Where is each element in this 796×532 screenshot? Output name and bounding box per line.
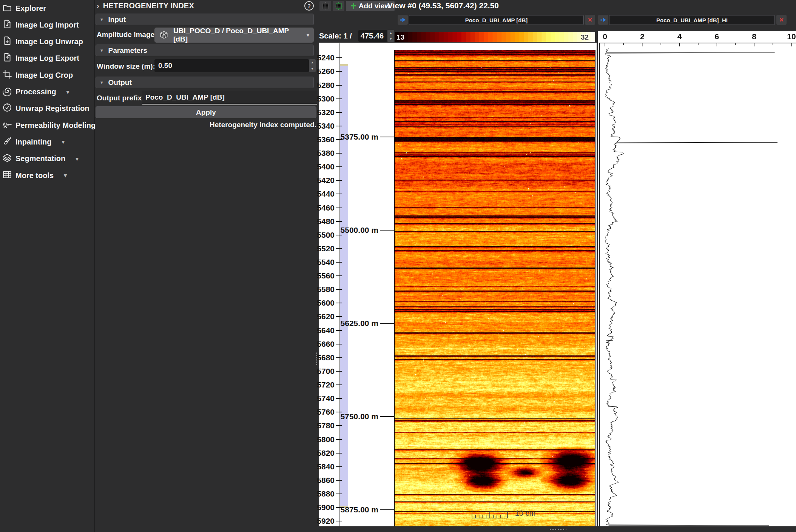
panel-header: › HETEROGENEITY INDEX [97, 2, 194, 10]
close-icon: ✕ [779, 17, 784, 23]
sidebar-item-image-log-unwrap[interactable]: Image Log Unwrap [2, 35, 83, 49]
scale-stepper[interactable]: ▲ ▼ [387, 30, 394, 42]
sidebar-item-label: Processing [15, 88, 56, 96]
add-view-label: Add view [359, 2, 390, 10]
depth-annotation-dash [380, 416, 394, 417]
depth-tick-label: 5460 [298, 203, 335, 212]
app-root: ExplorerImage Log ImportImage Log Unwrap… [0, 0, 796, 532]
colorbar [395, 32, 595, 42]
sidebar-item-label: Segmentation [15, 154, 65, 163]
depth-tick-mark [336, 262, 342, 263]
file-export-icon [2, 52, 12, 64]
depth-tick-label: 5840 [298, 462, 335, 471]
depth-axis-line [339, 43, 339, 527]
depth-tick-label: 5780 [298, 421, 335, 430]
amplitude-image-select[interactable]: UBI_POCO_D / Poco_D_UBI_AMP [dB] ▾ [154, 28, 314, 43]
depth-tick-mark [336, 275, 342, 276]
scale-label: Scale: 1 / [319, 32, 352, 40]
sidebar-item-explorer[interactable]: Explorer [2, 1, 46, 15]
close-track-button[interactable]: ✕ [776, 15, 787, 25]
depth-annotation-dash [380, 137, 394, 137]
depth-annotation-label: 5375.00 m [318, 132, 378, 141]
sidebar-item-label: Image Log Export [15, 54, 79, 63]
sidebar-item-image-log-export[interactable]: Image Log Export [2, 51, 79, 66]
spiral-icon [2, 86, 12, 98]
amplitude-image-track[interactable] [394, 50, 595, 527]
stepper-up-icon[interactable]: ▲ [387, 30, 394, 36]
pin-track-button[interactable] [398, 15, 408, 25]
stepper-down-icon[interactable]: ▼ [387, 36, 394, 42]
depth-tick-mark [336, 357, 342, 358]
close-track-button[interactable]: ✕ [585, 15, 595, 25]
depth-tick-mark [336, 153, 342, 154]
depth-tick-label: 5880 [298, 489, 335, 498]
parameters-section-header[interactable]: ▾ Parameters [96, 45, 314, 56]
help-button[interactable]: ? [304, 1, 314, 11]
depth-annotation-label: 5500.00 m [318, 226, 378, 235]
depth-tick-mark [336, 221, 342, 222]
gauge-icon [2, 103, 12, 114]
depth-tick-mark [336, 208, 342, 208]
track-title-hi[interactable]: Poco_D_UBI_AMP [dB]_HI [609, 15, 775, 25]
sidebar-item-unwrap-registration[interactable]: Unwrap Registration [2, 101, 89, 116]
depth-tick-label: 5860 [298, 476, 335, 485]
image-scalebar: 10 cm [471, 508, 535, 518]
output-prefix-input[interactable]: Poco_D_UBI_AMP [dB] [142, 91, 317, 105]
window-size-input[interactable]: 0.50 [154, 59, 309, 72]
sidebar-item-label: Inpainting [15, 138, 52, 146]
sidebar-item-image-log-crop[interactable]: Image Log Crop [2, 68, 73, 82]
apply-button[interactable]: Apply [96, 106, 316, 118]
depth-tick-mark [336, 71, 342, 72]
sidebar-item-image-log-import[interactable]: Image Log Import [2, 18, 79, 32]
depth-tick-label: 5260 [298, 67, 335, 76]
horizontal-scroll-handle[interactable] [549, 528, 566, 530]
depth-tick-label: 5800 [298, 435, 335, 444]
depth-tick-mark [336, 57, 342, 58]
depth-tick-mark [336, 316, 342, 317]
scale-input[interactable]: 475.46 [358, 30, 387, 42]
sidebar-item-more-tools[interactable]: More tools▾ [2, 168, 67, 183]
pin-track-button[interactable] [598, 15, 608, 25]
depth-tick-mark [336, 344, 342, 344]
view-mode-3d-button[interactable] [333, 1, 344, 11]
crop-icon [2, 69, 12, 81]
depth-tick-mark [336, 371, 342, 372]
depth-tick-label: 5600 [298, 298, 335, 308]
depth-tick-label: 5380 [298, 149, 335, 158]
scalebar-label: 10 cm [515, 509, 535, 518]
input-section-header[interactable]: ▾ Input [96, 14, 314, 25]
hi-curve-plot[interactable] [599, 31, 796, 526]
parameters-section-label: Parameters [108, 46, 148, 55]
sidebar-item-label: Image Log Import [15, 21, 79, 29]
depth-tick-mark [336, 194, 342, 194]
chevron-down-icon: ▾ [100, 80, 103, 85]
folder-icon [2, 3, 12, 14]
view-mode-2d-button[interactable] [319, 1, 331, 11]
depth-annotation-label: 5625.00 m [318, 319, 378, 328]
heterogeneity-panel: › HETEROGENEITY INDEX ? ▾ Input Amplitud… [95, 0, 319, 532]
sidebar-item-segmentation[interactable]: Segmentation▾ [2, 152, 79, 166]
depth-tick-mark [336, 166, 342, 167]
sidebar-item-label: Permeability Modeling [15, 121, 96, 130]
cube-icon [159, 30, 169, 40]
output-section-header[interactable]: ▾ Output [96, 77, 314, 88]
amplitude-heatmap[interactable] [395, 50, 595, 527]
depth-annotation-label: 5750.00 m [318, 412, 378, 421]
amplitude-image-label: Amplitude image: [97, 31, 157, 39]
sidebar-item-processing[interactable]: Processing▾ [2, 85, 69, 99]
file-unwrap-icon [2, 36, 12, 48]
depth-tick-label: 5580 [298, 285, 335, 294]
colorbar-max-label: 32 [581, 33, 589, 42]
sidebar-item-inpainting[interactable]: Inpainting▾ [2, 135, 65, 149]
depth-tick-label: 5440 [298, 189, 335, 198]
layers-icon [2, 153, 12, 165]
sidebar-item-permeability-modeling[interactable]: Permeability Modeling [2, 118, 96, 132]
depth-tick-mark [336, 494, 342, 494]
chevron-right-icon: › [97, 2, 99, 10]
track-title-amplitude[interactable]: Poco_D_UBI_AMP [dB] [409, 15, 584, 25]
help-icon: ? [307, 3, 311, 9]
sidebar-item-label: Image Log Unwrap [15, 37, 83, 46]
depth-annotation-dash [380, 509, 394, 510]
depth-tick-label: 5560 [298, 271, 335, 280]
chevron-down-icon: ▾ [100, 17, 103, 22]
